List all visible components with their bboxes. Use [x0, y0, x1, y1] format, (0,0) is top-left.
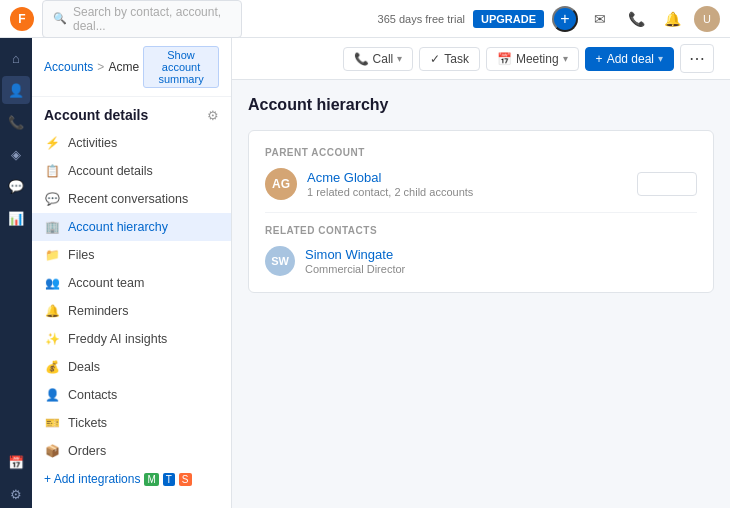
- email-icon-button[interactable]: ✉: [586, 5, 614, 33]
- account-details-icon: 📋: [44, 164, 60, 178]
- nav-item-tickets[interactable]: 🎫 Tickets: [32, 409, 231, 437]
- sidebar: Accounts > Acme Show account summary Acc…: [32, 38, 232, 508]
- add-deal-dropdown-arrow[interactable]: ▾: [658, 53, 663, 64]
- icon-rail: ⌂ 👤 📞 ◈ 💬 📊 📅 ⚙: [0, 38, 32, 508]
- nav-item-account-details-label: Account details: [68, 164, 153, 178]
- integration-icon-2: T: [163, 473, 175, 486]
- parent-account-name[interactable]: Acme Global: [307, 170, 627, 185]
- rail-deals-icon[interactable]: ◈: [2, 140, 30, 168]
- nav-item-account-team[interactable]: 👥 Account team: [32, 269, 231, 297]
- integration-icon-3: S: [179, 473, 192, 486]
- parent-account-avatar: AG: [265, 168, 297, 200]
- nav-item-account-hierarchy-label: Account hierarchy: [68, 220, 168, 234]
- breadcrumb-current: Acme: [108, 60, 139, 74]
- nav-item-activities-label: Activities: [68, 136, 117, 150]
- freddy-ai-icon: ✨: [44, 332, 60, 346]
- nav-item-recent-conversations-label: Recent conversations: [68, 192, 188, 206]
- nav-item-deals[interactable]: 💰 Deals: [32, 353, 231, 381]
- add-deal-label: Add deal: [607, 52, 654, 66]
- meeting-icon: 📅: [497, 52, 512, 66]
- topbar-left: F 🔍 Search by contact, account, deal...: [10, 0, 242, 38]
- sidebar-header: Account details ⚙: [32, 97, 231, 129]
- user-avatar[interactable]: U: [694, 6, 720, 32]
- meeting-label: Meeting: [516, 52, 559, 66]
- rail-reports-icon[interactable]: 📊: [2, 204, 30, 232]
- parent-account-label: PARENT ACCOUNT: [265, 147, 697, 158]
- more-options-button[interactable]: ⋯: [680, 44, 714, 73]
- account-team-icon: 👥: [44, 276, 60, 290]
- sidebar-gear-icon[interactable]: ⚙: [207, 108, 219, 123]
- nav-item-account-details[interactable]: 📋 Account details: [32, 157, 231, 185]
- tickets-icon: 🎫: [44, 416, 60, 430]
- show-account-summary-button[interactable]: Show account summary: [143, 46, 219, 88]
- nav-item-orders-label: Orders: [68, 444, 106, 458]
- rail-chat-icon[interactable]: 💬: [2, 172, 30, 200]
- rail-contacts-icon[interactable]: 👤: [2, 76, 30, 104]
- add-deal-icon: +: [596, 52, 603, 66]
- search-placeholder: Search by contact, account, deal...: [73, 5, 231, 33]
- search-icon: 🔍: [53, 12, 67, 25]
- orders-icon: 📦: [44, 444, 60, 458]
- nav-item-orders[interactable]: 📦 Orders: [32, 437, 231, 465]
- content-area: Account hierarchy PARENT ACCOUNT AG Acme…: [232, 80, 730, 508]
- meeting-dropdown-arrow[interactable]: ▾: [563, 53, 568, 64]
- phone-icon-button[interactable]: 📞: [622, 5, 650, 33]
- upgrade-button[interactable]: UPGRADE: [473, 10, 544, 28]
- nav-item-deals-label: Deals: [68, 360, 100, 374]
- add-button[interactable]: +: [552, 6, 578, 32]
- nav-item-reminders-label: Reminders: [68, 304, 128, 318]
- nav-item-activities[interactable]: ⚡ Activities: [32, 129, 231, 157]
- nav-item-account-hierarchy[interactable]: 🏢 Account hierarchy: [32, 213, 231, 241]
- nav-item-contacts[interactable]: 👤 Contacts: [32, 381, 231, 409]
- parent-account-avatar-initials: AG: [272, 177, 290, 191]
- breadcrumb-separator: >: [97, 60, 104, 74]
- rail-calendar-icon[interactable]: 📅: [2, 448, 30, 476]
- contact-avatar-initials: SW: [271, 255, 289, 267]
- nav-item-tickets-label: Tickets: [68, 416, 107, 430]
- breadcrumb-accounts[interactable]: Accounts: [44, 60, 93, 74]
- nav-item-freddy-ai[interactable]: ✨ Freddy AI insights: [32, 325, 231, 353]
- app-body: ⌂ 👤 📞 ◈ 💬 📊 📅 ⚙ Accounts > Acme Show acc…: [0, 38, 730, 508]
- action-bar: 📞 Call ▾ ✓ Task 📅 Meeting ▾ + Add deal ▾…: [232, 38, 730, 80]
- notifications-icon-button[interactable]: 🔔: [658, 5, 686, 33]
- nav-item-files-label: Files: [68, 248, 94, 262]
- main-content: 📞 Call ▾ ✓ Task 📅 Meeting ▾ + Add deal ▾…: [232, 38, 730, 508]
- topbar-right: 365 days free trial UPGRADE + ✉ 📞 🔔 U: [378, 5, 720, 33]
- page-title: Account hierarchy: [248, 96, 714, 114]
- contact-role-simon: Commercial Director: [305, 263, 405, 275]
- nav-item-reminders[interactable]: 🔔 Reminders: [32, 297, 231, 325]
- contacts-icon: 👤: [44, 388, 60, 402]
- call-icon: 📞: [354, 52, 369, 66]
- nav-item-freddy-ai-label: Freddy AI insights: [68, 332, 167, 346]
- hierarchy-card: PARENT ACCOUNT AG Acme Global 1 related …: [248, 130, 714, 293]
- breadcrumb: Accounts > Acme Show account summary: [32, 38, 231, 97]
- call-dropdown-arrow[interactable]: ▾: [397, 53, 402, 64]
- call-button[interactable]: 📞 Call ▾: [343, 47, 414, 71]
- meeting-button[interactable]: 📅 Meeting ▾: [486, 47, 579, 71]
- rail-settings-icon[interactable]: ⚙: [2, 480, 30, 508]
- parent-account-meta: 1 related contact, 2 child accounts: [307, 186, 627, 198]
- sidebar-nav: ⚡ Activities 📋 Account details 💬 Recent …: [32, 129, 231, 508]
- contact-name-simon[interactable]: Simon Wingate: [305, 247, 405, 262]
- nav-item-recent-conversations[interactable]: 💬 Recent conversations: [32, 185, 231, 213]
- task-button[interactable]: ✓ Task: [419, 47, 480, 71]
- nav-item-files[interactable]: 📁 Files: [32, 241, 231, 269]
- rail-home-icon[interactable]: ⌂: [2, 44, 30, 72]
- files-icon: 📁: [44, 248, 60, 262]
- search-bar[interactable]: 🔍 Search by contact, account, deal...: [42, 0, 242, 38]
- integration-icon-1: M: [144, 473, 158, 486]
- parent-account-action-button[interactable]: [637, 172, 697, 196]
- sidebar-title: Account details: [44, 107, 148, 123]
- nav-item-add-integrations[interactable]: + Add integrations M T S: [32, 465, 231, 493]
- rail-phone-icon[interactable]: 📞: [2, 108, 30, 136]
- add-deal-button[interactable]: + Add deal ▾: [585, 47, 674, 71]
- recent-conversations-icon: 💬: [44, 192, 60, 206]
- trial-text: 365 days free trial: [378, 13, 465, 25]
- contact-info-simon: Simon Wingate Commercial Director: [305, 247, 405, 275]
- nav-item-contacts-label: Contacts: [68, 388, 117, 402]
- related-contacts-label: RELATED CONTACTS: [265, 225, 697, 236]
- contact-avatar-simon: SW: [265, 246, 295, 276]
- activities-icon: ⚡: [44, 136, 60, 150]
- parent-account-info: Acme Global 1 related contact, 2 child a…: [307, 170, 627, 198]
- section-divider: [265, 212, 697, 213]
